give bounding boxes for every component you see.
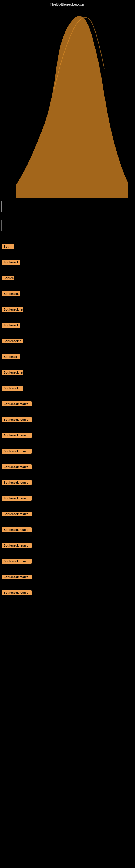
list-item: Bottleneck result xyxy=(1,464,135,475)
bottleneck-result-badge[interactable]: Bottlenec xyxy=(2,354,20,359)
list-item: Bottlenec xyxy=(1,354,135,365)
list-item: Bottleneck result xyxy=(1,559,135,569)
bottleneck-result-badge[interactable]: Bottleneck result xyxy=(2,417,32,422)
list-item: Bottleneck res xyxy=(1,307,135,318)
bottleneck-result-badge[interactable]: Bottleneck result xyxy=(2,590,32,595)
list-item: Bottleneck result xyxy=(1,401,135,412)
bottleneck-result-badge[interactable]: Bottleneck r xyxy=(2,386,24,391)
bottleneck-result-badge[interactable]: Bottleneck result xyxy=(2,464,32,469)
list-item: Bottleneck result xyxy=(1,480,135,491)
list-item: Bottlen xyxy=(1,276,135,286)
site-title: TheBottlenecker.com xyxy=(0,0,135,8)
bottleneck-result-badge[interactable]: Bottleneck xyxy=(2,260,20,265)
list-item: Bottleneck result xyxy=(1,527,135,538)
indicator-line xyxy=(1,220,2,230)
bottleneck-result-badge[interactable]: Bottleneck result xyxy=(2,496,32,501)
list-item: Bottleneck xyxy=(1,323,135,334)
bottleneck-result-badge[interactable]: Bottleneck resu xyxy=(2,370,24,375)
list-item: Bottleneck resu xyxy=(1,370,135,381)
list-item: Bottleneck r xyxy=(1,386,135,397)
bottleneck-result-badge[interactable]: Bottleneck result xyxy=(2,575,32,579)
chart-area xyxy=(0,8,135,198)
list-item: Bottleneck xyxy=(1,291,135,302)
bottleneck-result-badge[interactable]: Bottleneck result xyxy=(2,480,32,485)
bottleneck-result-badge[interactable]: Bottleneck result xyxy=(2,433,32,438)
list-item: Bottleneck result xyxy=(1,575,135,585)
list-item: Bottleneck result xyxy=(1,496,135,507)
bottleneck-result-badge[interactable]: Bottleneck res xyxy=(2,307,24,312)
bottleneck-result-badge[interactable]: Bottleneck result xyxy=(2,543,32,548)
list-item: Bottleneck result xyxy=(1,448,135,460)
list-item: Bottleneck result xyxy=(1,417,135,428)
bottleneck-result-badge[interactable]: Bottleneck result xyxy=(2,512,32,517)
bottleneck-result-badge[interactable]: Bottleneck result xyxy=(2,559,32,564)
list-item: Bottleneck result xyxy=(1,433,135,444)
indicator-area xyxy=(0,214,135,236)
list-item: Bottleneck r xyxy=(1,339,135,349)
bottleneck-result-badge[interactable]: Bottleneck result xyxy=(2,448,32,454)
cursor-line xyxy=(1,201,2,212)
bottleneck-result-badge[interactable]: Bottleneck result xyxy=(2,527,32,532)
chart-svg xyxy=(0,8,135,198)
list-item: Bottleneck result xyxy=(1,512,135,522)
bottleneck-result-badge[interactable]: Bott xyxy=(2,244,14,249)
list-item: Bottleneck result xyxy=(1,590,135,601)
bottleneck-result-badge[interactable]: Bottlen xyxy=(2,276,14,280)
bottleneck-result-badge[interactable]: Bottleneck xyxy=(2,291,20,296)
list-item: Bottleneck xyxy=(1,260,135,271)
bottleneck-items-container: BottBottleneckBottlenBottleneckBottlenec… xyxy=(0,236,135,601)
bottleneck-result-badge[interactable]: Bottleneck result xyxy=(2,401,32,406)
cursor-area xyxy=(0,198,135,214)
bottleneck-result-badge[interactable]: Bottleneck xyxy=(2,323,20,328)
bottleneck-result-badge[interactable]: Bottleneck r xyxy=(2,339,24,343)
list-item: Bott xyxy=(1,244,135,255)
list-item: Bottleneck result xyxy=(1,543,135,554)
